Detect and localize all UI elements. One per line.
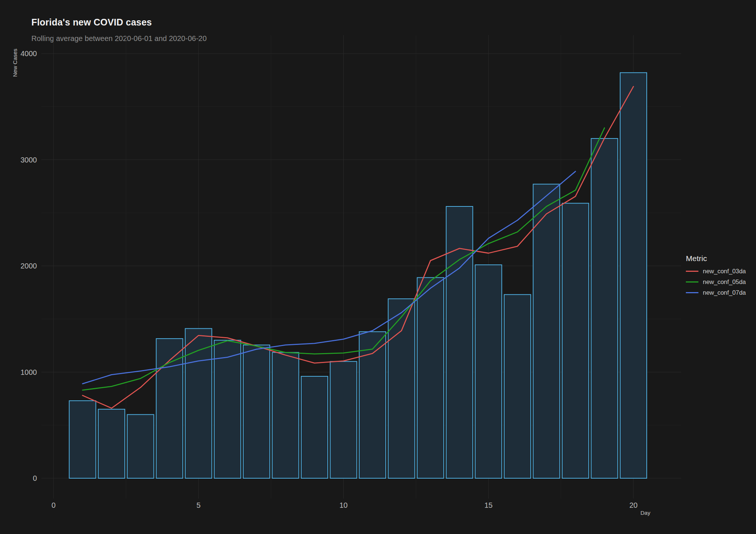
bar-day-3[interactable] — [127, 415, 154, 479]
legend: Metric new_conf_03danew_conf_05danew_con… — [686, 254, 746, 298]
y-tick-label: 3000 — [21, 156, 37, 164]
bar-day-13[interactable] — [417, 278, 444, 478]
bar-day-7[interactable] — [243, 345, 270, 478]
bar-day-20[interactable] — [620, 73, 647, 478]
legend-label: new_conf_05da — [703, 278, 746, 285]
bar-day-10[interactable] — [330, 362, 357, 478]
bar-day-15[interactable] — [475, 265, 502, 478]
legend-item-new_conf_05da[interactable]: new_conf_05da — [686, 277, 746, 287]
x-tick-label: 0 — [51, 501, 55, 509]
y-tick-label: 4000 — [21, 49, 37, 58]
x-tick-label: 10 — [339, 501, 347, 509]
bar-day-8[interactable] — [272, 352, 299, 478]
legend-swatch-new_conf_03da — [686, 271, 698, 272]
y-tick-label: 1000 — [21, 368, 37, 376]
x-axis-title: Day — [640, 510, 650, 516]
y-tick-label: 0 — [33, 474, 37, 482]
bar-day-12[interactable] — [388, 299, 415, 478]
bar-day-5[interactable] — [185, 329, 212, 478]
legend-item-new_conf_03da[interactable]: new_conf_03da — [686, 266, 746, 277]
x-tick-label: 20 — [629, 501, 638, 509]
x-tick-label: 15 — [484, 501, 492, 509]
bar-day-6[interactable] — [214, 340, 241, 478]
bar-day-1[interactable] — [69, 401, 96, 478]
legend-label: new_conf_07da — [703, 289, 746, 296]
bar-day-14[interactable] — [446, 206, 473, 478]
plot-area: 0510152001000200030004000DayNew Cases — [0, 0, 756, 534]
legend-swatch-new_conf_07da — [686, 292, 698, 293]
legend-item-new_conf_07da[interactable]: new_conf_07da — [686, 287, 746, 298]
bar-day-4[interactable] — [156, 339, 183, 478]
bar-day-9[interactable] — [301, 376, 328, 478]
chart: Florida's new COVID cases Rolling averag… — [0, 0, 756, 534]
bar-day-2[interactable] — [98, 409, 125, 478]
bar-day-18[interactable] — [562, 203, 589, 478]
y-axis-title: New Cases — [12, 49, 18, 77]
legend-label: new_conf_03da — [703, 268, 746, 275]
bar-day-16[interactable] — [504, 295, 531, 478]
legend-swatch-new_conf_05da — [686, 281, 698, 283]
legend-title: Metric — [686, 254, 746, 263]
bar-day-19[interactable] — [591, 138, 618, 478]
x-tick-label: 5 — [196, 501, 200, 509]
bar-day-17[interactable] — [533, 184, 560, 478]
y-tick-label: 2000 — [21, 262, 37, 270]
